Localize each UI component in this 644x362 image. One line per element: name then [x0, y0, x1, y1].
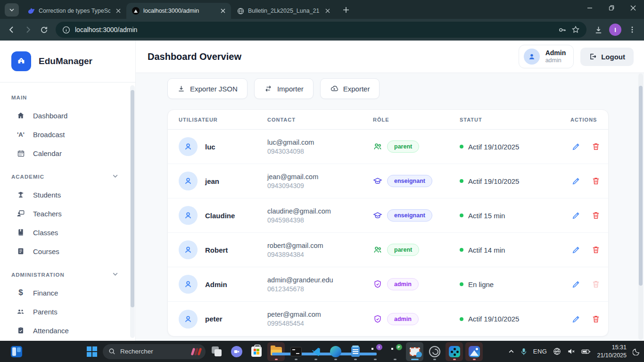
deepseek-favicon	[27, 7, 35, 15]
tab-title: localhost:3000/admin	[143, 8, 215, 14]
tray-chevron-up-icon[interactable]	[508, 348, 514, 354]
admin-role-icon	[373, 314, 382, 324]
status-text: Actif 15 min	[468, 212, 505, 220]
bookmark-star-icon[interactable]	[571, 25, 580, 34]
user-phone: 0943094309	[267, 182, 373, 189]
notepad-button[interactable]	[347, 342, 364, 361]
battery-charging-icon[interactable]	[581, 348, 591, 355]
content-area: Exporter JSON Importer Exporter UTILISAT…	[136, 73, 644, 337]
window-controls	[579, 0, 644, 16]
browser-tab-localhost-active[interactable]: localhost:3000/admin	[126, 3, 231, 19]
task-view-button[interactable]	[208, 342, 225, 361]
globe-favicon	[237, 7, 244, 15]
edit-button[interactable]	[571, 142, 581, 151]
delete-button[interactable]	[591, 245, 601, 255]
cloud-upload-icon	[330, 84, 339, 93]
user-avatar	[179, 275, 198, 294]
microsoft-store-button[interactable]	[248, 342, 265, 361]
vscode-button[interactable]	[307, 342, 324, 361]
start-button[interactable]	[83, 342, 100, 361]
edge-button[interactable]	[327, 342, 344, 361]
teams-chat-button[interactable]	[228, 342, 245, 361]
browser-menu-icon[interactable]	[624, 22, 640, 38]
status-text: Actif 19/10/2025	[468, 143, 519, 151]
photos-app-button[interactable]	[465, 342, 483, 361]
delete-button[interactable]	[591, 314, 601, 324]
edit-button[interactable]	[571, 280, 581, 289]
sidebar-item-dashboard[interactable]: Dashboard	[0, 106, 135, 125]
language-indicator[interactable]: ENG	[533, 348, 547, 355]
edit-button[interactable]	[571, 245, 581, 255]
edit-button[interactable]	[571, 211, 581, 220]
content-scrollbar[interactable]	[638, 74, 643, 340]
sidebar-scrollbar[interactable]	[130, 85, 135, 338]
user-avatar	[179, 137, 198, 156]
delete-button[interactable]	[591, 211, 601, 220]
status-dot	[460, 214, 463, 217]
parent-role-icon	[373, 142, 382, 151]
delete-button[interactable]	[591, 176, 601, 186]
network-globe-icon[interactable]	[553, 347, 561, 355]
chrome-profile1-button[interactable]: I	[366, 342, 384, 361]
terminal-button[interactable]	[287, 342, 305, 361]
user-name: jean	[205, 177, 219, 185]
night-mode-moon-icon[interactable]	[633, 348, 640, 355]
back-button[interactable]	[4, 22, 20, 38]
edit-button[interactable]	[571, 314, 581, 324]
new-tab-button[interactable]	[339, 3, 353, 16]
sidebar-item-parents[interactable]: Parents	[0, 302, 135, 321]
forward-button[interactable]	[20, 22, 36, 38]
role-badge: enseignant	[387, 175, 432, 187]
sidebar-item-students[interactable]: Students	[0, 185, 135, 204]
import-button[interactable]: Importer	[254, 78, 314, 99]
current-user-chip[interactable]: Admin admin	[519, 45, 574, 68]
sidebar-item-courses[interactable]: Courses	[0, 242, 135, 261]
tab-search-button[interactable]	[5, 3, 19, 16]
calendar-icon	[16, 149, 25, 157]
file-explorer-button[interactable]	[267, 342, 285, 361]
gamebar-app-button[interactable]	[446, 342, 463, 361]
user-phone: 0945984398	[267, 216, 373, 224]
sidebar-item-attendance[interactable]: Attendance	[0, 321, 135, 340]
logout-button[interactable]: Logout	[580, 48, 634, 66]
export-button[interactable]: Exporter	[320, 78, 380, 99]
browser-tab-bulletin[interactable]: Bulletin_2Lk2025_Luna_21-10-2	[231, 3, 336, 19]
browser-tab-typescript[interactable]: Correction de types TypeScript	[22, 3, 126, 19]
delete-button[interactable]	[591, 142, 601, 151]
widgets-button[interactable]	[8, 342, 25, 361]
obs-button[interactable]	[426, 342, 443, 361]
downloads-icon[interactable]	[590, 22, 606, 38]
sidebar-item-classes[interactable]: Classes	[0, 223, 135, 242]
status-text: Actif 19/10/2025	[468, 177, 519, 185]
sidebar-item-teachers[interactable]: Teachers	[0, 204, 135, 223]
edit-button[interactable]	[571, 176, 581, 186]
volume-muted-icon[interactable]	[567, 347, 575, 355]
tab-close-icon[interactable]	[114, 7, 123, 15]
site-info-icon[interactable]	[62, 26, 70, 34]
maximize-button[interactable]	[601, 0, 622, 16]
snipping-tool-button[interactable]	[406, 342, 423, 361]
nav-section-academic[interactable]: ACADEMIC	[0, 168, 135, 185]
chat-icon	[231, 346, 242, 357]
dollar-icon: $	[16, 288, 25, 297]
address-bar[interactable]: localhost:3000/admin	[56, 22, 586, 38]
status-dot	[460, 282, 463, 286]
sidebar-item-calendar[interactable]: Calendar	[0, 144, 135, 163]
password-key-icon[interactable]	[558, 25, 567, 34]
edge-icon	[330, 346, 341, 357]
export-json-button[interactable]: Exporter JSON	[167, 78, 248, 99]
tab-close-icon[interactable]	[219, 7, 227, 15]
sidebar-item-finance[interactable]: $ Finance	[0, 283, 135, 302]
browser-profile-avatar[interactable]: I	[609, 24, 621, 36]
taskbar-search[interactable]: Rechercher	[103, 344, 206, 359]
tray-clock[interactable]: 15:31 21/10/2025	[597, 344, 627, 360]
microphone-icon[interactable]	[520, 348, 527, 355]
chrome-profile2-button[interactable]: P	[386, 342, 404, 361]
reload-button[interactable]	[36, 22, 52, 38]
sidebar-item-broadcast[interactable]: 'A' Broadcast	[0, 125, 135, 144]
tab-close-icon[interactable]	[323, 7, 332, 15]
broadcast-icon: 'A'	[16, 131, 25, 138]
close-button[interactable]	[622, 0, 644, 16]
nav-section-administration[interactable]: ADMINISTRATION	[0, 266, 135, 283]
minimize-button[interactable]	[579, 0, 601, 16]
